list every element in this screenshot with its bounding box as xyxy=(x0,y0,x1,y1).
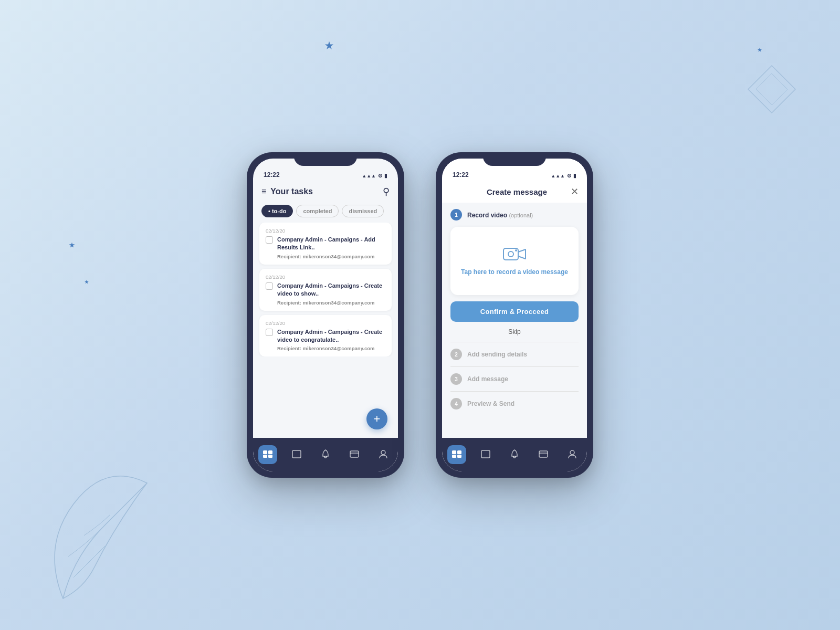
record-video-area[interactable]: Tap here to record a video message xyxy=(450,227,579,295)
star-decoration-5 xyxy=(757,47,762,52)
tab-completed[interactable]: completed xyxy=(296,205,339,217)
wifi-icon-1: ⊜ xyxy=(378,173,382,178)
nav-item-profile-1[interactable] xyxy=(374,445,393,464)
modal-header: Create message ✕ xyxy=(442,182,587,203)
search-button[interactable]: ⚲ xyxy=(383,186,390,197)
tasks-page-title: Your tasks xyxy=(270,187,313,196)
camera-icon xyxy=(503,246,526,262)
step-2-label: Add sending details xyxy=(467,351,527,358)
nav-bell-icon-1 xyxy=(321,449,330,460)
nav-item-list-2[interactable] xyxy=(476,445,495,464)
phone-create-message: 12:22 ▲▲▲ ⊜ ▮ Create message ✕ 1 xyxy=(436,152,593,478)
step-4-row: 4 Preview & Send xyxy=(450,398,579,410)
nav-list-icon-1 xyxy=(292,450,301,460)
status-time-2: 12:22 xyxy=(453,171,469,178)
skip-link[interactable]: Skip xyxy=(450,328,579,335)
tasks-header: ≡ Your tasks ⚲ xyxy=(253,182,398,203)
modal-close-button[interactable]: ✕ xyxy=(571,186,579,197)
svg-point-10 xyxy=(515,249,517,251)
bottom-nav-1 xyxy=(253,438,398,471)
step-1-row: 1 Record video (optional) xyxy=(450,209,579,220)
recipient-label-1: Recipient: xyxy=(277,254,301,259)
notch-2 xyxy=(483,152,546,166)
nav-item-home-1[interactable] xyxy=(258,445,277,464)
task-checkbox-3[interactable] xyxy=(266,329,273,336)
confirm-proceed-button[interactable]: Confirm & Procceed xyxy=(450,301,579,322)
nav-item-home-2[interactable] xyxy=(447,445,466,464)
nav-item-card-1[interactable] xyxy=(345,445,364,464)
fab-button[interactable]: + xyxy=(366,408,387,429)
svg-point-7 xyxy=(381,450,385,455)
tab-dismissed[interactable]: dismissed xyxy=(342,205,384,217)
nav-item-card-2[interactable] xyxy=(534,445,553,464)
signal-icon-2: ▲▲▲ xyxy=(551,173,565,178)
svg-point-9 xyxy=(508,251,513,257)
task-title-3: Company Admin - Campaigns - Create video… xyxy=(277,328,385,344)
task-details-1: Company Admin - Campaigns - Add Results … xyxy=(277,236,385,259)
nav-item-profile-2[interactable] xyxy=(563,445,582,464)
tab-todo[interactable]: • to-do xyxy=(261,205,293,217)
task-card-3[interactable]: 02/12/20 Company Admin - Campaigns - Cre… xyxy=(259,315,392,357)
task-list: 02/12/20 Company Admin - Campaigns - Add… xyxy=(253,223,398,356)
phone1-screen: 12:22 ▲▲▲ ⊜ ▮ ≡ Your tasks ⚲ xyxy=(253,159,398,471)
step-1-optional-text: (optional) xyxy=(509,212,533,218)
notch-1 xyxy=(294,152,357,166)
nav-item-bell-2[interactable] xyxy=(505,445,524,464)
signal-icon-1: ▲▲▲ xyxy=(362,173,376,178)
step-1-label-text: Record video xyxy=(467,212,507,219)
nav-home-icon-2 xyxy=(452,450,462,460)
step-3-number: 3 xyxy=(450,373,462,385)
task-row-3: Company Admin - Campaigns - Create video… xyxy=(266,328,385,352)
divider-3 xyxy=(450,391,579,392)
phones-container: 12:22 ▲▲▲ ⊜ ▮ ≡ Your tasks ⚲ xyxy=(247,152,593,478)
nav-profile-icon-2 xyxy=(568,449,576,460)
diamond-decoration xyxy=(746,63,798,116)
svg-rect-11 xyxy=(452,450,456,454)
step-1-label: Record video (optional) xyxy=(467,212,533,219)
step-1-number: 1 xyxy=(450,209,462,220)
phone2-screen: 12:22 ▲▲▲ ⊜ ▮ Create message ✕ 1 xyxy=(442,159,587,471)
svg-rect-12 xyxy=(457,450,461,454)
recipient-email-3: mikeronson34@company.com xyxy=(303,345,375,351)
recipient-label-2: Recipient: xyxy=(277,300,301,306)
modal-title: Create message xyxy=(487,187,547,196)
nav-item-bell-1[interactable] xyxy=(316,445,335,464)
status-time-1: 12:22 xyxy=(264,171,280,178)
star-decoration-1 xyxy=(325,41,334,50)
phone-tasks: 12:22 ▲▲▲ ⊜ ▮ ≡ Your tasks ⚲ xyxy=(247,152,404,478)
hamburger-menu-icon[interactable]: ≡ xyxy=(261,187,266,196)
task-recipient-2: Recipient: mikeronson34@company.com xyxy=(277,300,385,306)
task-recipient-3: Recipient: mikeronson34@company.com xyxy=(277,345,385,351)
svg-rect-15 xyxy=(481,450,490,458)
step-2-row: 2 Add sending details xyxy=(450,349,579,360)
task-date-2: 02/12/20 xyxy=(266,274,385,280)
nav-bell-icon-2 xyxy=(510,449,519,460)
status-icons-1: ▲▲▲ ⊜ ▮ xyxy=(362,173,387,178)
task-details-2: Company Admin - Campaigns - Create video… xyxy=(277,282,385,306)
svg-rect-16 xyxy=(539,451,548,457)
nav-item-list-1[interactable] xyxy=(287,445,306,464)
step-1-label-container: Record video (optional) xyxy=(467,210,533,219)
svg-rect-13 xyxy=(452,455,456,458)
nav-list-icon-2 xyxy=(481,450,490,460)
step-2-number: 2 xyxy=(450,349,462,360)
step-3-label: Add message xyxy=(467,375,508,383)
status-icons-2: ▲▲▲ ⊜ ▮ xyxy=(551,173,576,178)
svg-rect-4 xyxy=(292,450,301,458)
tasks-screen-content: ≡ Your tasks ⚲ • to-do completed dismiss… xyxy=(253,182,398,438)
task-card-2[interactable]: 02/12/20 Company Admin - Campaigns - Cre… xyxy=(259,269,392,311)
task-recipient-1: Recipient: mikeronson34@company.com xyxy=(277,254,385,259)
task-title-1: Company Admin - Campaigns - Add Results … xyxy=(277,236,385,252)
record-tap-text: Tap here to record a video message xyxy=(461,268,568,277)
step-4-label: Preview & Send xyxy=(467,400,514,407)
task-card-1[interactable]: 02/12/20 Company Admin - Campaigns - Add… xyxy=(259,223,392,265)
step-4-number: 4 xyxy=(450,398,462,410)
nav-card-icon-1 xyxy=(350,450,359,459)
task-date-3: 02/12/20 xyxy=(266,320,385,326)
task-checkbox-2[interactable] xyxy=(266,282,273,290)
task-checkbox-1[interactable] xyxy=(266,236,273,244)
battery-icon-1: ▮ xyxy=(384,173,387,178)
task-title-2: Company Admin - Campaigns - Create video… xyxy=(277,282,385,298)
task-date-1: 02/12/20 xyxy=(266,228,385,234)
bottom-nav-2 xyxy=(442,438,587,471)
